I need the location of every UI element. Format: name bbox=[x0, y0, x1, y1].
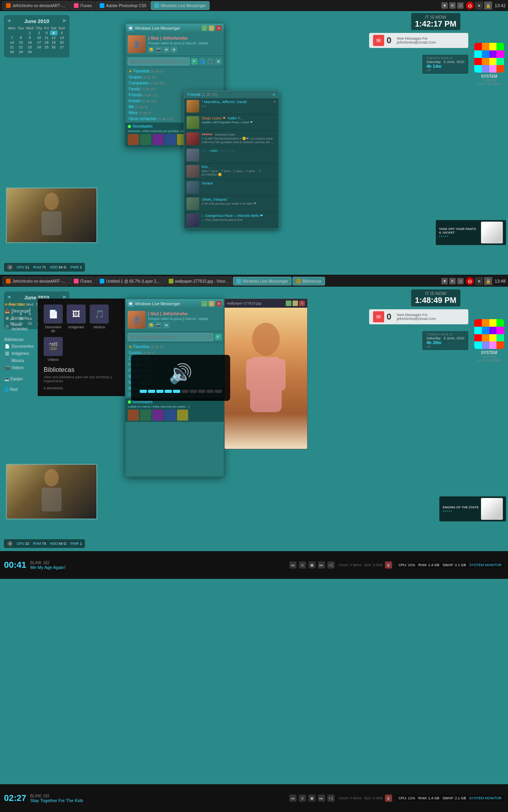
sidebar-desktop-2[interactable]: 🖥 Escritorio bbox=[3, 314, 37, 322]
taskbar-item-wlm-2[interactable]: Windows Live Messenger bbox=[233, 277, 292, 285]
taskbar-item-itunes-2[interactable]: iTunes bbox=[70, 277, 96, 285]
friend-avatar-1 bbox=[187, 100, 199, 113]
videos-icon-2: 🎬 bbox=[4, 365, 10, 370]
img-close-btn[interactable]: ✕ bbox=[299, 301, 305, 306]
friend-avatar-7 bbox=[187, 197, 199, 210]
wlm-profile-icon-1: 😀 bbox=[148, 46, 154, 53]
sidebar-videos-2[interactable]: 🎬 Videos bbox=[3, 364, 37, 371]
lock-button-1[interactable]: 🔒 bbox=[484, 2, 492, 10]
friends-close-btn-1[interactable]: ✕ bbox=[272, 92, 275, 97]
sidebar-recent-2[interactable]: ⏱ Sitios recientes bbox=[3, 322, 37, 332]
sysmon-ram-2: RAM 74 bbox=[33, 542, 46, 546]
friend-info-2: Diego Lopez ❤ Kaiko Y... Jepiita • Mi Pe… bbox=[202, 116, 276, 124]
wlm-minimize-btn-2[interactable]: – bbox=[202, 301, 207, 306]
sidebar-music-2[interactable]: 🎵 Música bbox=[3, 357, 37, 364]
nov-avatar-2-3 bbox=[152, 410, 164, 421]
wlm-titlebar-1[interactable]: 💬 Windows Live Messenger – □ ✕ bbox=[125, 23, 224, 33]
network-header-2[interactable]: 🌐 Red bbox=[3, 387, 37, 393]
notif-widget-1: ✉ 0 New Messages For jefrichiroho@Gmail.… bbox=[369, 33, 468, 48]
wlm-maximize-btn-1[interactable]: □ bbox=[209, 25, 214, 31]
wlm-search-input-1[interactable] bbox=[128, 57, 190, 65]
tray-close-icon: ✕ bbox=[449, 2, 456, 9]
img-minimize-btn[interactable]: – bbox=[286, 301, 291, 306]
tray-music-icon: ♫ bbox=[457, 2, 464, 9]
nov-avatar-1 bbox=[128, 134, 139, 145]
friend-close-btn-1[interactable]: ✕ bbox=[273, 100, 276, 104]
ctrl-next-2[interactable]: ⏭ bbox=[318, 561, 325, 569]
taskbar-item-libs-2[interactable]: Bibliotecas bbox=[292, 277, 325, 285]
svg-rect-5 bbox=[278, 359, 286, 391]
friends-popup-1: Friends (1 de 13) ✕ * Marcelina, Jeffers… bbox=[184, 90, 279, 229]
wlm-name-1: | Slut | Jefrichiroho bbox=[148, 36, 221, 40]
close-button-1[interactable]: ✕ bbox=[475, 2, 483, 10]
computer-header-2[interactable]: 💻 Equipo bbox=[3, 376, 37, 382]
libs-icon-2 bbox=[296, 279, 301, 283]
wlm-p-icon-3: ✉ bbox=[163, 322, 169, 328]
wlm-title-icon-1: 💬 bbox=[128, 25, 133, 31]
close-button-2[interactable]: ✕ bbox=[475, 277, 483, 285]
wlm-search-input-2[interactable] bbox=[128, 333, 214, 341]
taskbar-item-deviant-1[interactable]: Jefrichiroho on deviantART -... bbox=[2, 1, 69, 10]
friend-avatar-2 bbox=[187, 116, 199, 129]
lib-item-images-2[interactable]: 🖼 Imágenes bbox=[67, 304, 86, 333]
taskbar-item-photoshop-1[interactable]: Adobe Photoshop CS5 bbox=[96, 1, 150, 10]
vol-bar-6 bbox=[181, 390, 189, 393]
wlm-settings-icon-1: ⚙ bbox=[215, 58, 221, 65]
wlm-minimize-btn-1[interactable]: – bbox=[202, 25, 207, 31]
wlm-close-btn-1[interactable]: ✕ bbox=[216, 25, 221, 31]
lock-button-2[interactable]: 🔒 bbox=[484, 277, 492, 285]
favorites-header-2[interactable]: ★ Favoritos bbox=[3, 301, 37, 307]
music-delete-btn-2[interactable]: 🗑 bbox=[385, 561, 392, 569]
ctrl-pause-2[interactable]: ⏸ bbox=[299, 561, 306, 569]
ctrl-plus-1[interactable]: +1 bbox=[327, 795, 335, 802]
sysmon-hdd-2: HDD 64 G bbox=[50, 542, 67, 546]
power-button-2[interactable]: ⏻ bbox=[466, 277, 474, 285]
taskbar-item-wallpaper-2[interactable]: wallpaper-277815.jpg - Visor... bbox=[165, 277, 232, 285]
date-widget-2: TODAY'S DATE IS Saturday 5 June, 2010 4h… bbox=[422, 331, 468, 350]
window-controls-1: ⏻ ✕ 🔒 bbox=[466, 2, 492, 10]
cal-next-btn-1[interactable]: ▶ bbox=[63, 18, 66, 24]
ctrl-stop-2[interactable]: ⏹ bbox=[308, 561, 316, 569]
cal-prev-btn-1[interactable]: ◀ bbox=[7, 18, 10, 24]
wlm-group-favoritos-1[interactable]: ★ Favoritos (0 de 0) bbox=[125, 68, 224, 74]
cal-prev-btn-2[interactable]: ◀ bbox=[7, 295, 10, 301]
lib-item-videos-2[interactable]: 🎬 Vídeos bbox=[44, 337, 63, 362]
ctrl-pause-1[interactable]: ⏸ bbox=[299, 795, 306, 802]
sysmon-gear-2: ⚙ bbox=[7, 541, 13, 546]
lib-item-docs-2[interactable]: 📄 Document86 bbox=[44, 304, 63, 333]
wlm-group-companion-1[interactable]: Companion (2 de 25) bbox=[125, 80, 224, 86]
sidebar-downloads-2[interactable]: 📥 Descargas bbox=[3, 307, 37, 314]
wlm-search-button-1[interactable]: 🔍 bbox=[191, 58, 198, 65]
taskbar-item-itunes-1[interactable]: iTunes bbox=[70, 1, 96, 10]
wlm-group-favoritos-2[interactable]: ★ Favoritos (0 de 0) bbox=[125, 344, 224, 350]
ctrl-next-1[interactable]: ⏭ bbox=[318, 795, 325, 802]
taskbar-item-ps-2[interactable]: Untitled-1 @ 66.7% (Layer 2,... bbox=[96, 277, 164, 285]
img-maximize-btn[interactable]: □ bbox=[292, 301, 298, 306]
ctrl-prev-1[interactable]: ⏮ bbox=[289, 795, 296, 802]
wlm-title-text-2: Windows Live Messenger bbox=[135, 302, 200, 306]
sidebar-docs-2[interactable]: 📄 Documentos bbox=[3, 343, 37, 350]
sysmon-cpu-2: CPU 22 bbox=[17, 542, 29, 546]
vol-bar-8 bbox=[198, 390, 205, 393]
sidebar-images-2[interactable]: 🖼 Imágenes bbox=[3, 350, 37, 357]
wlm-titlebar-2[interactable]: 💬 Windows Live Messenger – □ ✕ bbox=[125, 299, 224, 308]
wlm-search-button-2[interactable]: 🔍 bbox=[215, 334, 221, 340]
taskbar-item-wlm-1[interactable]: Windows Live Messenger bbox=[151, 1, 210, 10]
power-button-1[interactable]: ⏻ bbox=[466, 2, 474, 10]
ctrl-prev-2[interactable]: ⏮ bbox=[289, 561, 296, 569]
wlm-close-btn-2[interactable]: ✕ bbox=[216, 301, 221, 306]
ctrl-plus-2[interactable]: +1 bbox=[327, 561, 335, 569]
taskbar-item-deviant-2[interactable]: Jefrichiroho on deviantART -... bbox=[2, 277, 69, 285]
lib-item-music-2[interactable]: 🎵 Música bbox=[90, 304, 109, 333]
libraries-header-2[interactable]: Bibliotecas bbox=[3, 337, 37, 343]
sysmon-gear-1: ⚙ bbox=[7, 264, 13, 270]
lib-icons-row-2: 📄 Document86 🖼 Imágenes 🎵 Música 🎬 Vídeo… bbox=[44, 304, 119, 362]
wlm-group-grupos-1[interactable]: Grupos (0 de 0) bbox=[125, 74, 224, 80]
nov-avatar-2-5 bbox=[177, 410, 188, 421]
wallpaper-icon-2 bbox=[169, 279, 173, 283]
wlm-maximize-btn-2[interactable]: □ bbox=[209, 301, 214, 306]
network-icon-2: 🌐 bbox=[4, 387, 9, 392]
images-icon-2: 🖼 bbox=[4, 350, 10, 356]
ctrl-stop-1[interactable]: ⏹ bbox=[308, 795, 316, 802]
music-delete-btn-1[interactable]: 🗑 bbox=[385, 795, 392, 802]
